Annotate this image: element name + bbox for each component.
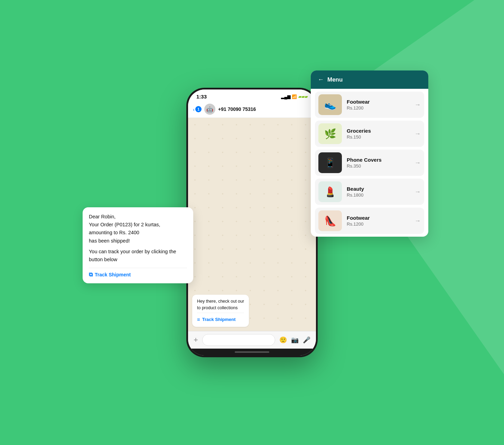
menu-item-price-3: Rs.1800 xyxy=(347,192,410,198)
footwear2-icon: 👠 xyxy=(324,215,336,227)
chat-area: Hey there, check out our to product coll… xyxy=(188,118,316,331)
menu-item-image-3: 💄 xyxy=(318,181,342,202)
arrow-icon-1: → xyxy=(414,130,421,138)
external-link-icon: ⧉ xyxy=(89,272,93,278)
message-line2: Your Order (P0123) for 2 kurtas, xyxy=(89,221,187,229)
message-body: Dear Robin, Your Order (P0123) for 2 kur… xyxy=(89,213,187,264)
menu-item-image-2: 📱 xyxy=(318,152,342,173)
floating-message-card: Dear Robin, Your Order (P0123) for 2 kur… xyxy=(83,207,193,283)
wifi-icon: 📶 xyxy=(292,94,297,99)
menu-item-price-4: Rs.1200 xyxy=(347,221,410,227)
arrow-icon-0: → xyxy=(414,101,421,108)
menu-item-image-0: 👟 xyxy=(318,94,342,115)
message-line4: has been shipped! xyxy=(89,237,187,245)
menu-item-name-3: Beauty xyxy=(347,186,410,192)
bubble-text: Hey there, check out our to product coll… xyxy=(197,298,244,311)
beauty-icon: 💄 xyxy=(324,186,336,198)
contact-name: +91 70090 75316 xyxy=(218,106,256,112)
menu-item-info-4: Footwear Rs.1200 xyxy=(347,215,410,227)
phone-screen: 1:33 ▂▄▆ 📶 ▰▰▰ ‹ 1 🤖 +91 70090 75316 xyxy=(188,89,316,356)
status-bar: 1:33 ▂▄▆ 📶 ▰▰▰ xyxy=(188,89,316,101)
track-shipment-label: Track Shipment xyxy=(95,272,131,277)
home-indicator xyxy=(188,349,316,356)
battery-icon: ▰▰▰ xyxy=(298,94,308,99)
nav-bar: ‹ 1 🤖 +91 70090 75316 xyxy=(188,101,316,118)
home-line xyxy=(235,351,269,353)
back-button[interactable]: ‹ 1 xyxy=(193,106,202,112)
groceries-icon: 🌿 xyxy=(324,128,336,140)
menu-item-beauty[interactable]: 💄 Beauty Rs.1800 → xyxy=(315,179,424,205)
phone-frame: 1:33 ▂▄▆ 📶 ▰▰▰ ‹ 1 🤖 +91 70090 75316 xyxy=(186,88,318,357)
menu-item-phone-covers[interactable]: 📱 Phone Covers Rs.350 → xyxy=(315,150,424,176)
arrow-icon-4: → xyxy=(414,217,421,225)
scene-container: 1:33 ▂▄▆ 📶 ▰▰▰ ‹ 1 🤖 +91 70090 75316 xyxy=(110,50,394,395)
arrow-icon-3: → xyxy=(414,188,421,196)
menu-item-price-0: Rs.1200 xyxy=(347,105,410,111)
message-line3: amounting to Rs. 2400 xyxy=(89,229,187,237)
menu-header: ← Menu xyxy=(311,70,428,89)
menu-item-name-1: Groceries xyxy=(347,128,410,134)
chat-input-bar: + 🙂 📷 🎤 xyxy=(188,331,316,349)
track-label-top: Track Shipment xyxy=(202,316,236,323)
menu-item-image-1: 🌿 xyxy=(318,123,342,144)
contact-avatar: 🤖 xyxy=(204,104,215,115)
track-shipment-button-top[interactable]: ≡ Track Shipment xyxy=(197,313,244,324)
menu-card: ← Menu 👟 Footwear Rs.1200 → 🌿 xyxy=(311,70,428,237)
menu-item-name-0: Footwear xyxy=(347,99,410,105)
track-shipment-button-main[interactable]: ⧉ Track Shipment xyxy=(89,268,187,278)
menu-item-image-4: 👠 xyxy=(318,210,342,231)
menu-item-footwear1[interactable]: 👟 Footwear Rs.1200 → xyxy=(315,92,424,118)
menu-item-info-2: Phone Covers Rs.350 xyxy=(347,157,410,169)
footwear-icon: 👟 xyxy=(324,99,336,111)
menu-back-icon[interactable]: ← xyxy=(318,76,324,83)
message-line7: button below xyxy=(89,256,187,264)
plus-icon[interactable]: + xyxy=(194,335,198,344)
camera-icon[interactable]: 📷 xyxy=(291,336,299,344)
status-time: 1:33 xyxy=(196,94,207,100)
menu-item-info-0: Footwear Rs.1200 xyxy=(347,99,410,111)
message-input[interactable] xyxy=(202,334,275,346)
arrow-icon-2: → xyxy=(414,159,421,167)
phone-cover-icon: 📱 xyxy=(325,158,336,168)
spacer xyxy=(89,245,187,248)
menu-item-name-4: Footwear xyxy=(347,215,410,221)
mic-icon[interactable]: 🎤 xyxy=(303,336,310,344)
menu-item-groceries[interactable]: 🌿 Groceries Rs.150 → xyxy=(315,121,424,147)
notification-badge: 1 xyxy=(195,106,202,112)
menu-title: Menu xyxy=(327,76,343,83)
message-line6: You can track your order by clicking the xyxy=(89,248,187,256)
menu-item-price-2: Rs.350 xyxy=(347,163,410,169)
menu-list: 👟 Footwear Rs.1200 → 🌿 Groceries Rs.150 … xyxy=(311,89,428,237)
sticker-icon[interactable]: 🙂 xyxy=(279,336,287,344)
message-line1: Dear Robin, xyxy=(89,213,187,221)
status-icons: ▂▄▆ 📶 ▰▰▰ xyxy=(281,94,308,99)
signal-icon: ▂▄▆ xyxy=(281,94,290,99)
chat-bubble-small: Hey there, check out our to product coll… xyxy=(192,295,249,327)
menu-item-footwear2[interactable]: 👠 Footwear Rs.1200 → xyxy=(315,208,424,234)
list-icon: ≡ xyxy=(197,316,200,324)
menu-item-info-1: Groceries Rs.150 xyxy=(347,128,410,140)
menu-item-name-2: Phone Covers xyxy=(347,157,410,163)
menu-item-price-1: Rs.150 xyxy=(347,134,410,140)
menu-item-info-3: Beauty Rs.1800 xyxy=(347,186,410,198)
chevron-left-icon: ‹ xyxy=(193,106,195,112)
